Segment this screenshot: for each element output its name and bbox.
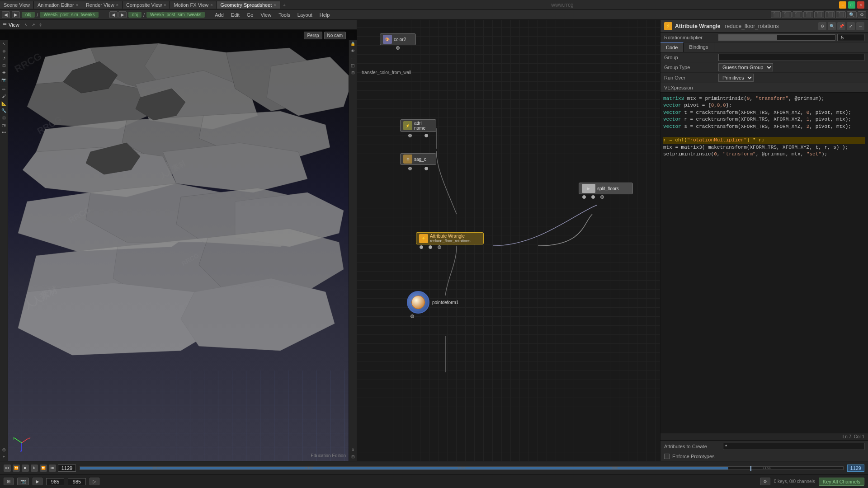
camera-tool[interactable]: 📷 — [1, 77, 7, 83]
timeline-start-button[interactable]: ⏮ — [4, 465, 11, 472]
status-settings-btn[interactable]: ⚙ — [760, 478, 770, 485]
vp-right-tool-5[interactable]: ⊞ — [350, 70, 356, 76]
vp-right-tool-2[interactable]: 👁 — [350, 48, 356, 54]
toolbar-btn-4[interactable]: ⬛ — [803, 11, 813, 18]
tab-motion-fx[interactable]: Motion FX View × — [170, 1, 217, 9]
vp-right-tool-1[interactable]: 🔒 — [350, 41, 356, 47]
timeline-current-frame-display[interactable]: 1129 — [847, 465, 864, 472]
attrs-to-create-input[interactable] — [723, 443, 864, 450]
node-split-floors[interactable]: ▶ split_floors — [579, 183, 633, 200]
node-attri-dot-in[interactable] — [408, 134, 412, 137]
status-cam-btn[interactable]: 📷 — [17, 478, 29, 485]
node-pd-dot-1[interactable] — [410, 314, 414, 318]
tab-add-button[interactable]: + — [280, 1, 288, 9]
code-editor[interactable]: matrix3 mtx = primintrinsic(0, "transfor… — [660, 93, 868, 433]
menu-edit[interactable]: Edit — [227, 11, 243, 19]
obj-label[interactable]: obj — [22, 12, 35, 18]
node-sag[interactable]: ⚙ sag_c — [400, 153, 436, 172]
status-frame-end[interactable] — [68, 478, 86, 485]
viewport-3d-content[interactable]: RRCG 素材 RRCG 人人素材 RRCG RRCG 人人素材 — [0, 30, 357, 461]
node-color2[interactable]: 🎨 color2 — [380, 33, 416, 51]
move-tool[interactable]: ✚ — [1, 70, 7, 76]
nav-back-button[interactable]: ◀ — [2, 11, 10, 18]
node-split-dot-2[interactable] — [591, 195, 595, 199]
timeline-end-button[interactable]: ⏭ — [49, 465, 56, 472]
toolbar-btn-2[interactable]: ⬛ — [782, 11, 792, 18]
menu-help[interactable]: Help — [316, 11, 334, 19]
menu-tools[interactable]: Tools — [275, 11, 294, 19]
window-maximize-button[interactable]: □ — [848, 1, 855, 9]
toolbar-btn-5[interactable]: ⬛ — [814, 11, 824, 18]
node-aw-dot-1[interactable] — [420, 245, 423, 249]
file-path-label[interactable]: Week5_post_sim_tweaks — [40, 12, 98, 18]
node-sag-dot-out[interactable] — [425, 167, 428, 170]
timeline-stop-button[interactable]: ⏹ — [22, 465, 29, 472]
rotation-multiplier-input[interactable] — [837, 34, 864, 41]
nav-btn2-back[interactable]: ◀ — [109, 11, 118, 18]
more-tool[interactable]: ••• — [1, 129, 7, 136]
node-split-dot-1[interactable] — [582, 195, 586, 199]
vp-right-tool-3[interactable]: ⋯ — [350, 55, 356, 61]
node-attr-wrangle[interactable]: ⚡ Attribute Wrangle reduce_floor_rotatio… — [416, 232, 484, 250]
node-attri-dot-out[interactable] — [425, 134, 428, 137]
timeline-frame-input[interactable] — [58, 465, 76, 472]
tab-render-view[interactable]: Render View × — [82, 1, 123, 9]
menu-go[interactable]: Go — [243, 11, 257, 19]
status-arrow-btn[interactable]: ▷ — [90, 478, 99, 485]
node-connector-in[interactable] — [396, 46, 400, 50]
vp-right-tool-info[interactable]: ℹ — [350, 446, 356, 453]
status-play-btn[interactable]: ▶ — [33, 478, 42, 485]
toolbar-btn-8[interactable]: 🔍 — [847, 11, 857, 18]
props-tool-pin[interactable]: 📌 — [837, 22, 845, 30]
status-frame-start[interactable] — [46, 478, 64, 485]
tab-bindings[interactable]: Bindings — [684, 42, 714, 52]
viewport-tool-1[interactable]: ↖ — [23, 22, 29, 28]
scale-tool[interactable]: ⊡ — [1, 62, 7, 69]
window-close-button[interactable]: × — [857, 1, 864, 9]
menu-view[interactable]: View — [257, 11, 275, 19]
group-type-select[interactable]: Guess from Group — [718, 63, 773, 71]
tab-scene-view[interactable]: Scene View — [0, 1, 34, 9]
toolbar-btn-6[interactable]: ⬛ — [825, 11, 835, 18]
props-tool-arrow-right[interactable]: → — [856, 22, 864, 30]
transform-tool[interactable]: ⊕ — [1, 48, 7, 54]
draw-tool[interactable]: ✏ — [1, 86, 7, 92]
menu-add[interactable]: Add — [211, 11, 227, 19]
node-split-dot-3[interactable] — [600, 195, 604, 199]
paint-tool[interactable]: 🖌 — [1, 93, 7, 99]
tab-code[interactable]: Code — [660, 42, 684, 52]
group-input[interactable] — [718, 54, 864, 61]
node-pointdeform[interactable]: pointdeform1 — [407, 291, 458, 319]
node-aw-dot-2[interactable] — [429, 245, 432, 249]
status-display-btn[interactable]: ⊞ — [4, 478, 14, 485]
nav-btn2-forward[interactable]: ▶ — [118, 11, 127, 18]
perspective-button[interactable]: Persp — [304, 32, 322, 39]
node-sag-dot-in[interactable] — [408, 167, 412, 170]
timeline-scrubber[interactable]: 1000 1032 1055 1080 1154 — [80, 466, 844, 470]
props-tool-search[interactable]: 🔍 — [828, 22, 836, 30]
viewport-menu-icon[interactable]: ☰ — [3, 22, 7, 27]
props-tool-expand[interactable]: ⤢ — [847, 22, 855, 30]
toolbar-btn-1[interactable]: ⬛ — [771, 11, 781, 18]
rotate-tool[interactable]: ↺ — [1, 55, 7, 61]
enforce-prototypes-checkbox[interactable] — [664, 454, 670, 459]
measure-tool[interactable]: 📐 — [1, 100, 7, 107]
timeline-prev-key-button[interactable]: ⏪ — [13, 465, 20, 472]
toolbar-btn-9[interactable]: ⚙ — [858, 11, 866, 18]
viewport-tool-3[interactable]: ⊹ — [38, 22, 44, 28]
toolbar-btn-3[interactable]: ⬛ — [793, 11, 802, 18]
timeline-play-button[interactable]: ⏵ — [31, 465, 38, 472]
tab-geometry-spreadsheet[interactable]: Geometry Spreadsheet × — [217, 1, 280, 9]
node-aw-dot-3[interactable] — [438, 245, 441, 249]
nav-forward-button[interactable]: ▶ — [12, 11, 20, 18]
viewport-tool-2[interactable]: ↗ — [30, 22, 37, 28]
menu-layout[interactable]: Layout — [294, 11, 316, 19]
toolbar-btn-7[interactable]: ⬛ — [836, 11, 846, 18]
file-path2-label[interactable]: Week5_post_sim_tweaks — [146, 12, 205, 18]
vp-right-tool-4[interactable]: ◫ — [350, 62, 356, 69]
node-graph-panel[interactable]: 🎨 color2 transfer_color_from_wall ⚡ attr… — [357, 20, 660, 461]
key-all-channels-button[interactable]: Key All Channels — [819, 478, 864, 486]
snap-tool[interactable]: 🔧 — [1, 108, 7, 114]
run-over-select[interactable]: Primitives — [718, 74, 754, 82]
tab-animation-editor[interactable]: Animation Editor × — [34, 1, 82, 9]
